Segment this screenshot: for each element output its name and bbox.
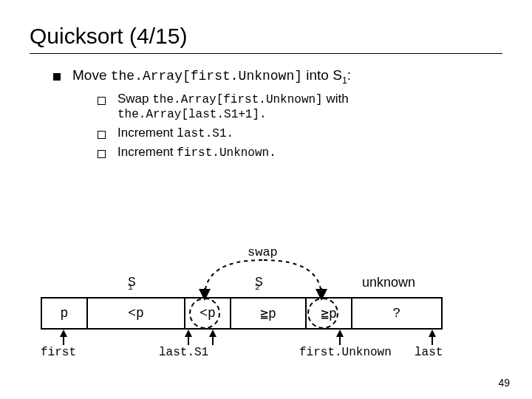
sub1-code2: the.Array[last.S1+1]. (117, 108, 267, 121)
ptr-firstunknown: first.Unknown (299, 346, 392, 359)
hollow-bullet-icon (98, 150, 106, 158)
ptr-lasts1: last.S1 (159, 346, 208, 359)
sub1-code1: the.Array[first.Unknown] (152, 93, 322, 106)
ptr-last: last (415, 346, 443, 359)
bullet-code: the.Array[first.Unknown] (111, 69, 302, 83)
sub1-pre: Swap (117, 92, 152, 106)
slide-title: Quicksort (4/15) (30, 24, 502, 49)
bullet-subscript: 1 (342, 75, 347, 86)
cell-less-region: <p (88, 299, 185, 328)
bullet-tail: : (347, 67, 351, 83)
sub2-pre: Increment (117, 126, 177, 140)
cell-pivot: p (42, 299, 88, 328)
arrow-up-icon (185, 330, 192, 337)
hollow-bullet-icon (98, 131, 106, 139)
bullet-text-pre: Move (72, 67, 111, 83)
sub3-code1: first.Unknown. (177, 146, 276, 160)
sub3-pre: Increment (117, 145, 177, 159)
sub2-code1: last.S1. (177, 127, 233, 140)
page-number: 49 (498, 377, 510, 389)
cell-unknown: ? (352, 299, 441, 328)
arrow-up-icon (60, 330, 67, 337)
ptr-first: first (41, 346, 76, 359)
region-unknown: unknown (362, 275, 415, 290)
arrow-up-icon (429, 330, 436, 337)
arrow-up-icon (209, 330, 216, 337)
hollow-bullet-icon (98, 97, 106, 105)
sub-bullet-list: Swap the.Array[first.Unknown] with the.A… (98, 92, 502, 160)
region-s1: S1 (128, 275, 133, 293)
sub1-mid: with (323, 92, 349, 106)
swap-circle-icon (307, 298, 338, 329)
arrow-up-icon (336, 330, 344, 337)
swap-circle-icon (189, 298, 220, 329)
bullet-main: Move the.Array[first.Unknown] into S1: (53, 67, 502, 86)
title-rule (30, 53, 502, 54)
sub-bullet-1: Swap the.Array[first.Unknown] with the.A… (98, 92, 502, 121)
cell-ge-region: ≧p (231, 299, 307, 328)
region-s2: S2 (255, 275, 260, 293)
bullet-text-post: into S (302, 67, 342, 83)
sub-bullet-3: Increment first.Unknown. (98, 145, 502, 160)
sub-bullet-2: Increment last.S1. (98, 126, 502, 140)
square-bullet-icon (53, 73, 61, 81)
swap-label: swap (248, 245, 278, 259)
array-row: p <p <p ≧p ≧p ? (41, 297, 443, 330)
